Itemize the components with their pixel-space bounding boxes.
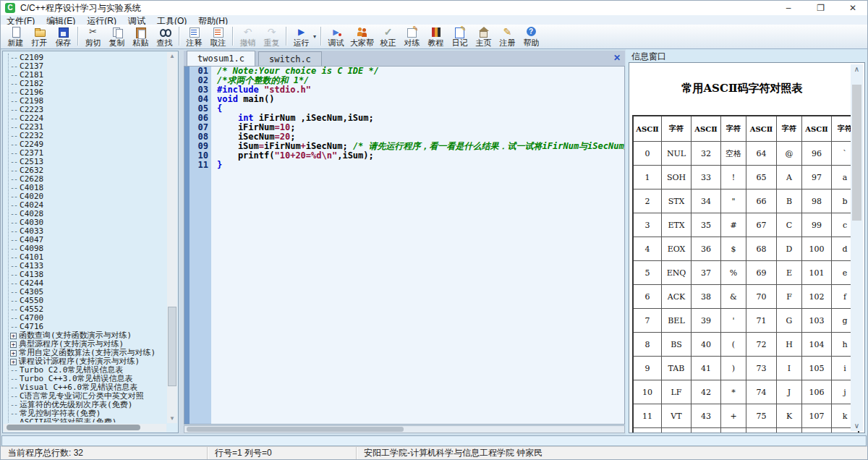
close-tab-icon[interactable]: ✕ (613, 53, 621, 63)
toolbar-paste-button[interactable]: 粘贴 (129, 25, 153, 47)
toolbar-button-label: 对练 (404, 38, 420, 47)
toolbar-redo-button[interactable]: 重复 (260, 25, 284, 47)
toolbar-books-button[interactable]: 教程 (424, 25, 448, 47)
tab-switch-c[interactable]: switch.c (258, 51, 322, 66)
toolbar-check-button[interactable]: 校正 (376, 25, 400, 47)
tree-expand-icon[interactable] (10, 359, 17, 365)
ascii-row: 0NUL32空格64@96` (633, 142, 859, 166)
toolbar-save-button[interactable]: 保存 (51, 25, 75, 47)
toolbar-home-button[interactable]: 主页 (472, 25, 495, 47)
ascii-cell: EOX (662, 237, 692, 261)
scroll-down-arrow-icon[interactable]: ▼ (167, 414, 177, 423)
gutter-strip (184, 142, 190, 151)
tree-line-icon (10, 244, 20, 253)
paste-icon (135, 26, 148, 38)
run-dropdown-arrow-icon[interactable]: ▾ (313, 33, 316, 40)
ascii-cell: G (777, 309, 802, 333)
tree-expand-icon[interactable] (10, 333, 17, 339)
close-icon[interactable]: ✕ (838, 1, 867, 15)
toolbar-people-button[interactable]: 大家帮 (348, 25, 376, 47)
ascii-cell: & (721, 285, 746, 309)
toolbar-practice-button[interactable]: 对练 (400, 25, 424, 47)
editor-tabs: twosum1.cswitch.c (184, 53, 322, 65)
ascii-cell: LF (662, 380, 692, 404)
status-bar: 当前程序总行数: 32 行号=1 列号=0 安阳工学院-计算机科学与信息工程学院… (1, 446, 867, 459)
toolbar-button-label: 打开 (32, 38, 48, 47)
toolbar-button-label: 剪切 (85, 38, 101, 47)
code-token: = (259, 141, 264, 151)
toolbar-debug-button[interactable]: 调试 (324, 25, 348, 47)
message-bar (1, 435, 867, 446)
ascii-cell: 43 (692, 404, 721, 428)
tree-hscrollbar-thumb[interactable] (7, 425, 140, 430)
undo-icon (242, 26, 255, 38)
minimize-icon[interactable]: – (774, 1, 803, 15)
restore-icon[interactable]: ❐ (807, 1, 835, 15)
tree-line-icon (10, 271, 20, 279)
code-editor[interactable]: 01/* Note:Your choice is C IDE */02/*求两个… (184, 66, 625, 425)
toolbar-undo-button[interactable]: 撤销 (236, 25, 260, 47)
toolbar-diary-button[interactable]: 日记 (448, 25, 472, 47)
info-scrollbar-thumb[interactable] (852, 85, 861, 221)
window-title: C/C++程序设计学习与实验系统 (20, 1, 141, 15)
toolbar-register-button[interactable]: 注册 (495, 25, 519, 47)
code-token: } (217, 160, 222, 170)
toolbar-open-button[interactable]: 打开 (27, 25, 51, 47)
ascii-cell: TAB (662, 357, 692, 380)
tree-vertical-scrollbar[interactable]: ▲ ▼ (167, 52, 177, 423)
editor-hscrollbar-thumb[interactable] (187, 427, 404, 432)
gutter-strip (184, 161, 190, 170)
ascii-row: 4EOX36$68D100d (633, 237, 859, 261)
toolbar-copy-button[interactable]: 复制 (105, 25, 129, 47)
ascii-cell (777, 428, 802, 434)
toolbar-find-button[interactable]: 查找 (153, 25, 176, 47)
ascii-cell: 7 (633, 309, 662, 333)
debug-icon (330, 26, 343, 38)
ascii-cell: 100 (802, 237, 832, 261)
uncomment-icon (212, 26, 225, 38)
tree-horizontal-scrollbar[interactable] (4, 424, 166, 432)
home-icon (477, 26, 490, 38)
code-token: iSecNum; (306, 141, 353, 151)
course-tree: C2109C2137C2181C2182C2196C2198C2223C2224… (8, 54, 166, 422)
ascii-cell: 71 (746, 309, 777, 333)
gutter-strip (184, 104, 190, 114)
toolbar-run-button[interactable]: 运行 (289, 25, 313, 47)
window-controls: – ❐ ✕ (774, 1, 867, 15)
tree-line-icon (10, 123, 20, 132)
ascii-cell: 5 (633, 261, 662, 285)
toolbar-new-button[interactable]: 新建 (4, 25, 27, 47)
scroll-up-arrow-icon[interactable]: ▲ (167, 52, 177, 61)
ascii-cell: C (777, 213, 802, 237)
toolbar-button-label: 校正 (380, 38, 396, 47)
code-token: main() (238, 94, 275, 104)
tree-expand-icon[interactable] (10, 350, 17, 357)
toolbar-cut-button[interactable]: 剪切 (81, 25, 105, 47)
scroll-down-chevron-icon[interactable]: ∨ (851, 421, 863, 431)
tree-item[interactable]: ASCII码字符对照表(免费) (10, 418, 166, 422)
toolbar-help-button[interactable]: 帮助 (519, 25, 543, 47)
ascii-cell: ' (721, 309, 746, 333)
ascii-cell: 10 (633, 380, 662, 404)
info-vertical-scrollbar[interactable]: ∧ ∨ (851, 64, 863, 431)
tab-twosum1-c[interactable]: twosum1.c (187, 51, 255, 66)
ascii-cell: 101 (802, 261, 832, 285)
ascii-cell: 39 (692, 309, 721, 333)
toolbar-uncomment-button[interactable]: 取注 (206, 25, 230, 47)
tree-line-icon (10, 158, 20, 166)
toolbar-comment-button[interactable]: 注释 (182, 25, 206, 47)
tree-line-icon (10, 392, 20, 401)
ascii-cell: @ (777, 142, 802, 166)
tree-scrollbar-thumb[interactable] (168, 307, 176, 386)
tree-line-icon (10, 210, 20, 218)
tree-expand-icon[interactable] (10, 341, 17, 348)
editor-horizontal-scrollbar[interactable] (184, 425, 625, 433)
ascii-cell: 11 (633, 404, 662, 428)
tree-line-icon (10, 184, 20, 192)
tree-line-icon (10, 409, 20, 418)
ascii-cell: 107 (802, 404, 832, 428)
ascii-cell: 42 (692, 380, 721, 404)
ascii-column-header: ASCⅡ (746, 116, 777, 142)
scroll-up-chevron-icon[interactable]: ∧ (851, 64, 863, 74)
ascii-cell: $ (721, 237, 746, 261)
